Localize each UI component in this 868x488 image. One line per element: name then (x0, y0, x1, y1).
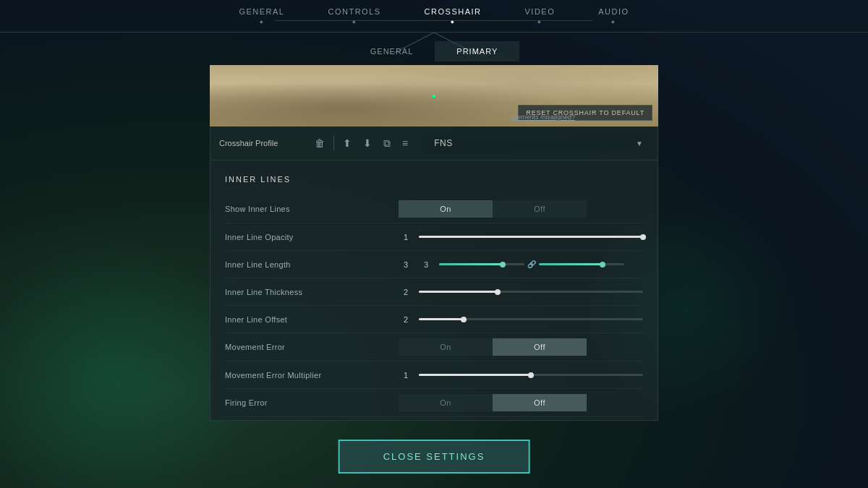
top-navigation: GENERAL CONTROLS CROSSHAIR VIDEO AUDIO (0, 0, 868, 33)
inner-line-length-value1: 3 (399, 260, 413, 269)
movement-error-multiplier-controls: 1 (399, 371, 643, 380)
inner-line-opacity-label: Inner Line Opacity (225, 233, 399, 241)
inner-line-offset-controls: 2 (399, 315, 643, 324)
show-inner-lines-on-button[interactable]: On (399, 200, 493, 218)
upload-profile-button[interactable]: ⬆ (340, 136, 354, 150)
inner-lines-section-title: INNER LINES (225, 175, 643, 184)
inner-line-opacity-value: 1 (399, 233, 413, 241)
movement-error-multiplier-row: Movement Error Multiplier 1 (225, 361, 643, 389)
inner-line-length-value2: 3 (419, 260, 433, 269)
movement-error-multiplier-value: 1 (399, 371, 413, 380)
firing-error-controls: On Off (399, 394, 643, 411)
copy-profile-button[interactable]: ⧉ (380, 136, 393, 151)
movement-error-multiplier-slider[interactable] (419, 374, 643, 376)
inner-line-thickness-value: 2 (399, 288, 413, 296)
show-inner-lines-controls: On Off (399, 200, 643, 218)
icon-divider (333, 136, 334, 150)
profile-row: Crosshair Profile 🗑 ⬆ ⬇ ⧉ ≡ FNS ▼ (210, 127, 658, 160)
profile-icon-group: 🗑 ⬆ ⬇ ⧉ ≡ (312, 136, 411, 151)
show-inner-lines-row: Show Inner Lines On Off (225, 195, 643, 223)
inner-line-length-slider[interactable]: 🔗 (439, 260, 643, 268)
firing-error-on-button[interactable]: On (399, 394, 493, 411)
movement-error-toggle: On Off (399, 338, 587, 356)
inner-line-offset-label: Inner Line Offset (225, 315, 399, 324)
profile-label: Crosshair Profile (219, 139, 306, 147)
download-profile-button[interactable]: ⬇ (360, 136, 375, 150)
link-icon: 🔗 (527, 260, 536, 268)
sub-nav-general[interactable]: GENERAL (349, 41, 435, 61)
firing-error-multiplier-row: Firing Error Multiplier 1 (225, 417, 643, 421)
close-settings-container: CLOSE SETTINGS (339, 440, 530, 474)
profile-name-display: FNS (428, 135, 633, 151)
movement-error-multiplier-label: Movement Error Multiplier (225, 371, 399, 380)
nav-item-audio[interactable]: AUDIO (598, 7, 629, 24)
delete-profile-button[interactable]: 🗑 (312, 136, 328, 150)
inner-line-length-controls: 3 3 🔗 (399, 260, 643, 269)
movement-error-label: Movement Error (225, 343, 399, 351)
show-inner-lines-label: Show Inner Lines (225, 205, 399, 213)
firing-error-row: Firing Error On Off (225, 389, 643, 417)
nav-item-controls[interactable]: CONTROLS (328, 7, 380, 24)
inner-line-opacity-row: Inner Line Opacity 1 (225, 223, 643, 251)
list-profile-button[interactable]: ≡ (399, 136, 411, 150)
inner-line-thickness-row: Inner Line Thickness 2 (225, 278, 643, 306)
firing-error-toggle: On Off (399, 394, 587, 411)
crosshair-preview: RESET CROSSHAIR TO DEFAULT Elements misa… (210, 65, 658, 127)
main-container: RESET CROSSHAIR TO DEFAULT Elements misa… (0, 61, 868, 421)
settings-panel: INNER LINES Show Inner Lines On Off Inne… (210, 160, 658, 421)
sub-nav-primary[interactable]: PRIMARY (435, 41, 519, 61)
inner-line-offset-row: Inner Line Offset 2 (225, 306, 643, 333)
inner-line-opacity-slider[interactable] (419, 236, 643, 238)
inner-line-opacity-controls: 1 (399, 233, 643, 241)
close-settings-button[interactable]: CLOSE SETTINGS (339, 440, 530, 474)
firing-error-label: Firing Error (225, 398, 399, 407)
inner-line-length-row: Inner Line Length 3 3 🔗 (225, 251, 643, 278)
inner-line-thickness-controls: 2 (399, 288, 643, 296)
inner-line-offset-slider[interactable] (419, 318, 643, 320)
movement-error-off-button[interactable]: Off (493, 338, 587, 356)
nav-item-video[interactable]: VIDEO (525, 7, 556, 24)
nav-item-crosshair[interactable]: CROSSHAIR (425, 7, 482, 24)
show-inner-lines-toggle: On Off (399, 200, 587, 218)
crosshair-dot (433, 95, 435, 98)
show-inner-lines-off-button[interactable]: Off (493, 200, 587, 218)
inner-line-thickness-slider[interactable] (419, 291, 643, 293)
movement-error-controls: On Off (399, 338, 643, 356)
inner-line-length-label: Inner Line Length (225, 260, 399, 269)
movement-error-row: Movement Error On Off (225, 333, 643, 361)
profile-dropdown-arrow[interactable]: ▼ (636, 140, 643, 147)
movement-error-on-button[interactable]: On (399, 338, 493, 356)
nav-item-general[interactable]: GENERAL (239, 7, 284, 24)
elements-misaligned-link[interactable]: Elements misaligned? (511, 114, 575, 121)
inner-line-thickness-label: Inner Line Thickness (225, 288, 399, 296)
firing-error-off-button[interactable]: Off (493, 394, 587, 411)
inner-line-offset-value: 2 (399, 315, 413, 324)
